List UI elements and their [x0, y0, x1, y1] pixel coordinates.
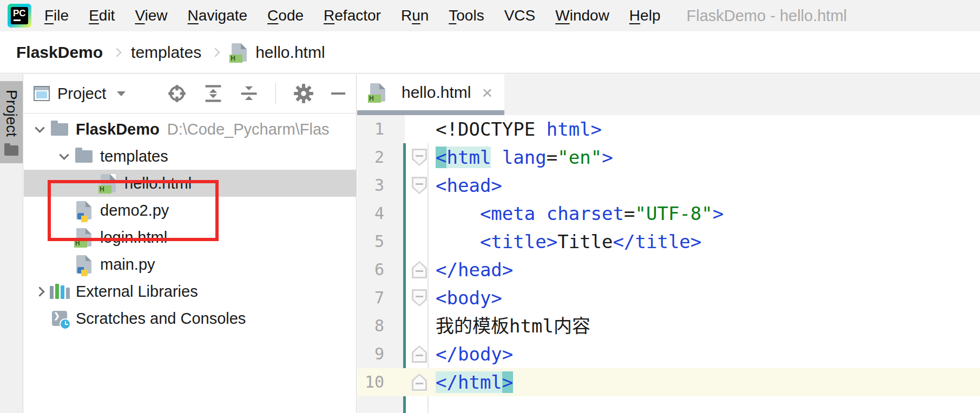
tree-item-flaskdemo[interactable]: FlaskDemoD:\Code_Pycharm\Flas: [24, 116, 356, 143]
code-text: </html>: [436, 368, 513, 396]
code-token: 我的模板html内容: [436, 315, 590, 337]
menu-item-vcs[interactable]: VCS: [504, 7, 536, 24]
chevron-down-icon: [117, 91, 126, 96]
locate-icon[interactable]: [167, 84, 187, 103]
collapse-all-icon[interactable]: [240, 84, 258, 103]
code-token: </title>: [613, 231, 702, 252]
main-menu: FileEditViewNavigateCodeRefactorRunTools…: [44, 7, 660, 24]
code-line-4[interactable]: 4 <meta charset="UTF-8">: [357, 199, 980, 228]
tree-item-main-py[interactable]: main.py: [24, 251, 356, 278]
code-token: <: [436, 146, 446, 168]
menu-item-code[interactable]: Code: [267, 7, 304, 24]
folder-icon: [4, 145, 18, 156]
code-line-8[interactable]: 8我的模板html内容: [357, 312, 980, 340]
code-token: [535, 203, 546, 224]
project-tree: FlaskDemoD:\Code_Pycharm\FlastemplatesHh…: [24, 114, 356, 332]
html-file-icon: H: [229, 42, 249, 63]
code-line-1[interactable]: 1<!DOCTYPE html>: [357, 115, 980, 143]
menu-item-window[interactable]: Window: [555, 7, 609, 24]
line-number: 7: [357, 284, 405, 312]
code-line-10[interactable]: 10</html>: [357, 368, 980, 396]
project-tool-window-tab[interactable]: Project: [0, 81, 23, 163]
editor-tab-label: hello.html: [402, 83, 471, 102]
code-line-9[interactable]: 9</body>: [357, 340, 980, 368]
fold-open-icon[interactable]: [412, 149, 427, 166]
breadcrumb-label: templates: [131, 43, 201, 62]
intention-bulb-icon[interactable]: [427, 341, 449, 366]
fold-column: [405, 368, 436, 396]
breadcrumb-label: FlaskDemo: [16, 43, 103, 62]
menu-item-view[interactable]: View: [135, 7, 167, 24]
breadcrumb-separator-icon: [211, 48, 220, 57]
code-line-7[interactable]: 7<body>: [357, 284, 980, 312]
window-title: FlaskDemo - hello.html: [686, 7, 847, 25]
editor-body[interactable]: 1<!DOCTYPE html>2<html lang="en">3<head>…: [357, 115, 980, 413]
code-token: =: [547, 146, 557, 168]
tool-window-stripe: Project: [0, 74, 23, 413]
editor-tab-hello-html[interactable]: H hello.html ×: [357, 74, 504, 115]
code-line-3[interactable]: 3<head>: [357, 171, 980, 199]
project-view-selector[interactable]: Project: [34, 85, 126, 103]
code-line-6[interactable]: 6</head>: [357, 256, 980, 284]
breadcrumb-separator-icon: [113, 48, 122, 57]
tree-item-templates[interactable]: templates: [24, 143, 356, 170]
code-token: charset: [547, 203, 624, 224]
menu-item-navigate[interactable]: Navigate: [188, 7, 248, 24]
fold-open-icon[interactable]: [412, 289, 427, 307]
fold-open-icon[interactable]: [412, 177, 427, 194]
code-line-5[interactable]: 5 <title>Title</title>: [357, 228, 980, 256]
settings-gear-icon[interactable]: [293, 83, 314, 104]
menu-item-file[interactable]: File: [44, 7, 69, 24]
close-tab-icon[interactable]: ×: [482, 83, 492, 102]
tree-item-label: templates: [100, 148, 168, 165]
fold-column: [405, 199, 436, 228]
line-number: 8: [357, 312, 405, 340]
breadcrumb-item-FlaskDemo[interactable]: FlaskDemo: [16, 43, 103, 62]
tree-item-scratches-and-consoles[interactable]: ❯Scratches and Consoles: [24, 305, 356, 332]
fold-close-icon[interactable]: [412, 261, 427, 278]
breadcrumb-item-hello-html[interactable]: Hhello.html: [229, 42, 325, 63]
breadcrumb-label: hello.html: [255, 43, 325, 62]
project-tab-label: Project: [3, 90, 20, 137]
code-line-2[interactable]: 2<html lang="en">: [357, 143, 980, 171]
breadcrumb-item-templates[interactable]: templates: [131, 43, 201, 62]
hide-panel-icon[interactable]: [331, 92, 345, 95]
code-text: </head>: [436, 256, 513, 284]
fold-close-icon[interactable]: [412, 345, 427, 363]
menu-item-run[interactable]: Run: [401, 7, 429, 24]
code-text: </body>: [436, 340, 513, 368]
chevron-down-icon[interactable]: [54, 153, 74, 160]
tree-item-external-libraries[interactable]: External Libraries: [24, 278, 356, 305]
line-number: 9: [357, 340, 405, 368]
toolbar-divider: [275, 83, 276, 104]
code-token: [436, 203, 480, 224]
code-text: 我的模板html内容: [436, 312, 590, 340]
code-token: lang: [502, 146, 547, 168]
line-number: 5: [357, 228, 405, 256]
tree-item-label: FlaskDemo: [76, 121, 160, 138]
pycharm-logo-icon: PC: [8, 4, 31, 28]
fold-close-icon[interactable]: [412, 374, 427, 391]
chevron-down-icon[interactable]: [29, 126, 50, 133]
project-panel-actions: [167, 83, 345, 104]
tree-item-hello-html[interactable]: Hhello.html: [24, 170, 356, 197]
tree-item-demo2-py[interactable]: demo2.py: [24, 197, 356, 224]
tree-item-path: D:\Code_Pycharm\Flas: [167, 121, 330, 138]
code-token: </html: [436, 371, 502, 393]
expand-all-icon[interactable]: [204, 84, 222, 103]
chevron-right-icon[interactable]: [29, 288, 50, 295]
html-file-icon: H: [368, 82, 387, 103]
menu-item-edit[interactable]: Edit: [89, 7, 115, 24]
menu-item-tools[interactable]: Tools: [449, 7, 484, 24]
project-view-icon: [34, 86, 50, 101]
project-panel-toolbar: Project: [24, 74, 356, 114]
line-number: 1: [357, 115, 405, 143]
menu-item-refactor[interactable]: Refactor: [324, 7, 381, 24]
menu-item-help[interactable]: Help: [629, 7, 661, 24]
code-text: <!DOCTYPE html>: [436, 115, 602, 143]
fold-column: [405, 143, 436, 171]
fold-column: [405, 256, 436, 284]
tree-item-login-html[interactable]: Hlogin.html: [24, 224, 356, 251]
code-text: <body>: [436, 284, 502, 312]
code-token: >: [713, 203, 724, 224]
